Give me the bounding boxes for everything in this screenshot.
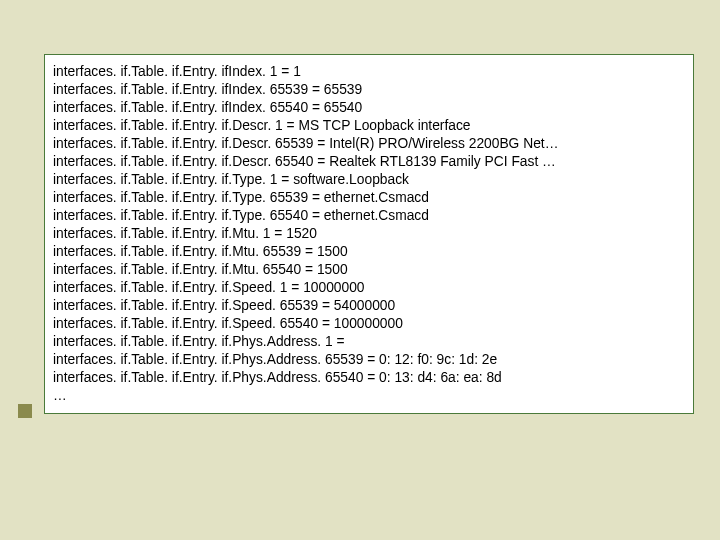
snmp-line: … xyxy=(53,387,685,405)
snmp-line: interfaces. if.Table. if.Entry. if.Type.… xyxy=(53,171,685,189)
snmp-line: interfaces. if.Table. if.Entry. if.Descr… xyxy=(53,117,685,135)
snmp-line: interfaces. if.Table. if.Entry. ifIndex.… xyxy=(53,99,685,117)
snmp-line: interfaces. if.Table. if.Entry. if.Mtu. … xyxy=(53,261,685,279)
snmp-line: interfaces. if.Table. if.Entry. ifIndex.… xyxy=(53,81,685,99)
snmp-line: interfaces. if.Table. if.Entry. if.Phys.… xyxy=(53,351,685,369)
snmp-line: interfaces. if.Table. if.Entry. if.Type.… xyxy=(53,207,685,225)
snmp-line: interfaces. if.Table. if.Entry. if.Type.… xyxy=(53,189,685,207)
slide: interfaces. if.Table. if.Entry. ifIndex.… xyxy=(0,0,720,540)
snmp-line: interfaces. if.Table. if.Entry. if.Speed… xyxy=(53,297,685,315)
bullet-square xyxy=(18,404,32,418)
snmp-line: interfaces. if.Table. if.Entry. if.Phys.… xyxy=(53,333,685,351)
snmp-line: interfaces. if.Table. if.Entry. if.Mtu. … xyxy=(53,243,685,261)
content-box: interfaces. if.Table. if.Entry. ifIndex.… xyxy=(44,54,694,414)
snmp-line: interfaces. if.Table. if.Entry. if.Speed… xyxy=(53,315,685,333)
snmp-line: interfaces. if.Table. if.Entry. if.Speed… xyxy=(53,279,685,297)
snmp-line: interfaces. if.Table. if.Entry. if.Descr… xyxy=(53,153,685,171)
snmp-line: interfaces. if.Table. if.Entry. if.Descr… xyxy=(53,135,685,153)
snmp-line: interfaces. if.Table. if.Entry. ifIndex.… xyxy=(53,63,685,81)
snmp-line: interfaces. if.Table. if.Entry. if.Mtu. … xyxy=(53,225,685,243)
snmp-line: interfaces. if.Table. if.Entry. if.Phys.… xyxy=(53,369,685,387)
